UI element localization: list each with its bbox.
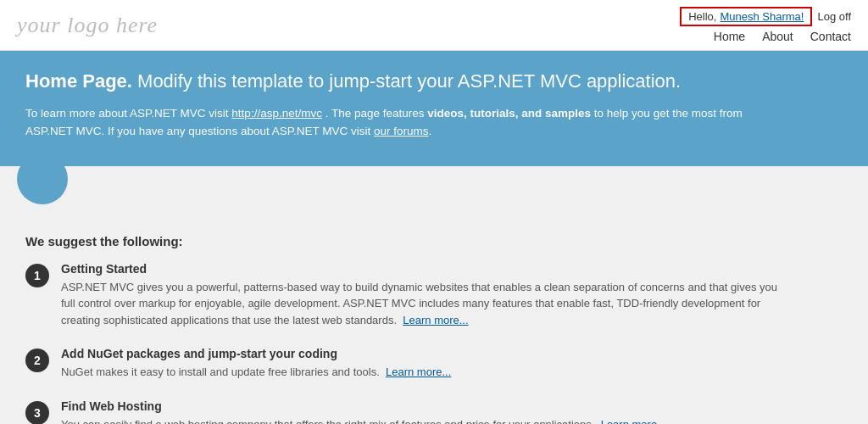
nav-home[interactable]: Home — [714, 30, 745, 43]
hero-forums-link[interactable]: our forums — [374, 125, 429, 137]
suggestion-content-2: Add NuGet packages and jump-start your c… — [61, 347, 451, 381]
header: your logo here Hello, Munesh Sharma! Log… — [0, 0, 868, 51]
learn-more-2[interactable]: Learn more... — [386, 365, 451, 378]
nav-contact[interactable]: Contact — [810, 30, 851, 43]
main-content: We suggest the following: 1 Getting Star… — [0, 217, 868, 424]
suggestion-content-1: Getting Started ASP.NET MVC gives you a … — [61, 262, 790, 329]
hero-title: Home Page. Modify this template to jump-… — [25, 70, 843, 94]
hero-asp-link[interactable]: http://asp.net/mvc — [231, 107, 322, 120]
suggestion-desc-3: You can easily find a web hosting compan… — [61, 416, 666, 424]
hero-body-pre: To learn more about ASP.NET MVC visit — [25, 107, 231, 120]
hero-body-post: . The page features — [322, 107, 427, 120]
nav-about[interactable]: About — [762, 30, 793, 43]
user-name-link[interactable]: Munesh Sharma! — [720, 10, 804, 23]
learn-more-1[interactable]: Learn more... — [403, 314, 468, 326]
user-bar: Hello, Munesh Sharma! Log off — [680, 7, 851, 26]
circle-decoration — [17, 153, 68, 204]
nav-bar: Home About Contact — [714, 30, 851, 43]
header-right: Hello, Munesh Sharma! Log off Home About… — [680, 7, 851, 43]
suggestion-number-3: 3 — [25, 401, 49, 424]
hero-banner: Home Page. Modify this template to jump-… — [0, 51, 868, 166]
logoff-button[interactable]: Log off — [817, 10, 851, 23]
learn-more-3[interactable]: Learn more... — [601, 418, 666, 424]
suggestion-desc-1: ASP.NET MVC gives you a powerful, patter… — [61, 279, 790, 329]
hello-text: Hello, — [688, 10, 716, 23]
hero-body-period: . — [428, 125, 431, 137]
suggestions-title: We suggest the following: — [25, 234, 843, 248]
suggestion-number-1: 1 — [25, 264, 49, 287]
hero-title-rest: Modify this template to jump-start your … — [132, 70, 681, 92]
suggestion-desc-text-3: You can easily find a web hosting compan… — [61, 418, 594, 424]
suggestion-number-2: 2 — [25, 349, 49, 372]
suggestion-desc-text-2: NuGet makes it easy to install and updat… — [61, 365, 380, 378]
suggestion-item-3: 3 Find Web Hosting You can easily find a… — [25, 399, 843, 424]
hero-body: To learn more about ASP.NET MVC visit ht… — [25, 104, 788, 141]
suggestion-content-3: Find Web Hosting You can easily find a w… — [61, 399, 666, 424]
hero-title-bold: Home Page. — [25, 70, 132, 92]
suggestion-desc-2: NuGet makes it easy to install and updat… — [61, 364, 451, 381]
suggestion-item-2: 2 Add NuGet packages and jump-start your… — [25, 347, 843, 381]
suggestion-title-1: Getting Started — [61, 262, 790, 276]
suggestion-item-1: 1 Getting Started ASP.NET MVC gives you … — [25, 262, 843, 329]
logo: your logo here — [17, 13, 158, 38]
user-box: Hello, Munesh Sharma! — [680, 7, 812, 26]
suggestion-title-2: Add NuGet packages and jump-start your c… — [61, 347, 451, 360]
suggestion-title-3: Find Web Hosting — [61, 399, 666, 413]
hero-highlight: videos, tutorials, and samples — [427, 107, 591, 120]
